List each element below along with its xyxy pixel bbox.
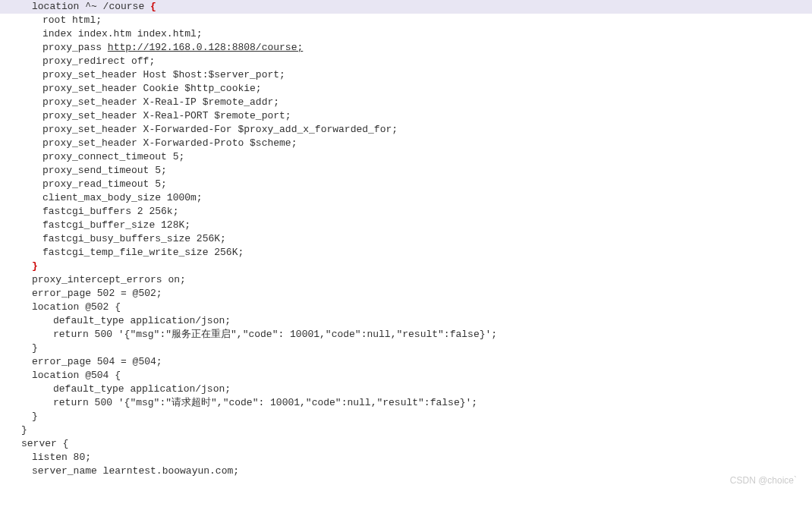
code-line: default_type application/json; [0, 383, 812, 396]
code-text: proxy_send_timeout 5; [42, 165, 167, 176]
code-line: server_name learntest.boowayun.com; [0, 464, 812, 478]
code-text: proxy_set_header X-Real-PORT $remote_por… [42, 110, 291, 121]
code-text: } [32, 260, 38, 272]
code-text: location ^~ /course [32, 1, 150, 12]
code-text: { [150, 1, 156, 12]
code-text: proxy_redirect off; [42, 55, 155, 67]
code-line: location ^~ /course { [0, 0, 812, 14]
code-line: fastcgi_temp_file_write_size 256K; [0, 246, 812, 260]
code-block: location ^~ /course {root html;index ind… [0, 0, 812, 493]
code-text: proxy_pass [42, 42, 108, 53]
code-line: proxy_pass http://192.168.0.128:8808/cou… [0, 41, 812, 55]
code-text: listen 80; [32, 452, 91, 463]
code-text: default_type application/json; [53, 383, 231, 395]
code-line: } [0, 410, 812, 424]
code-line: proxy_read_timeout 5; [0, 178, 812, 191]
code-line: listen 80; [0, 451, 812, 464]
code-line: default_type application/json; [0, 314, 812, 328]
code-line: fastcgi_busy_buffers_size 256K; [0, 232, 812, 246]
code-line: return 500 '{"msg":"请求超时","code": 10001,… [0, 396, 812, 410]
code-line: fastcgi_buffer_size 128K; [0, 219, 812, 232]
code-line: proxy_set_header X-Forwarded-Proto $sche… [0, 137, 812, 150]
code-text: proxy_set_header X-Forwarded-Proto $sche… [42, 137, 297, 149]
code-line: proxy_send_timeout 5; [0, 164, 812, 178]
code-text: } [32, 342, 38, 354]
code-line: proxy_set_header X-Forwarded-For $proxy_… [0, 123, 812, 137]
code-line: proxy_redirect off; [0, 55, 812, 68]
code-line: proxy_intercept_errors on; [0, 273, 812, 287]
code-line: location @504 { [0, 369, 812, 383]
code-text: error_page 502 = @502; [32, 288, 162, 299]
code-line: proxy_set_header Cookie $http_cookie; [0, 82, 812, 96]
code-text: default_type application/json; [53, 315, 231, 326]
code-text: fastcgi_buffers 2 256k; [42, 206, 178, 217]
code-text: index index.htm index.html; [42, 28, 203, 39]
code-line: return 500 '{"msg":"服务正在重启","code": 1000… [0, 328, 812, 342]
code-text: } [32, 411, 38, 422]
code-text: server_name learntest.boowayun.com; [32, 465, 239, 477]
code-text: root html; [42, 14, 102, 26]
code-text: error_page 504 = @504; [32, 356, 162, 367]
code-text: proxy_set_header Host $host:$server_port… [42, 69, 285, 80]
code-line: proxy_set_header X-Real-IP $remote_addr; [0, 96, 812, 109]
code-line: proxy_set_header Host $host:$server_port… [0, 68, 812, 82]
code-text: proxy_read_timeout 5; [42, 178, 167, 190]
code-line: } [0, 424, 812, 437]
code-line: client_max_body_size 1000m; [0, 191, 812, 205]
code-text: proxy_set_header X-Real-IP $remote_addr; [42, 96, 279, 108]
code-line: server { [0, 437, 812, 451]
code-text: location @504 { [32, 370, 121, 381]
code-text: } [21, 424, 27, 436]
code-text: return 500 '{"msg":"服务正在重启","code": 1000… [53, 329, 497, 340]
code-text: proxy_set_header X-Forwarded-For $proxy_… [42, 124, 398, 135]
code-line: proxy_connect_timeout 5; [0, 150, 812, 164]
code-text: server { [21, 438, 68, 449]
code-text: proxy_set_header Cookie $http_cookie; [42, 83, 262, 94]
code-text: return 500 '{"msg":"请求超时","code": 10001,… [53, 397, 477, 408]
code-line: index index.htm index.html; [0, 27, 812, 41]
code-text: proxy_connect_timeout 5; [42, 151, 184, 162]
code-line: } [0, 342, 812, 355]
code-text: proxy_intercept_errors on; [32, 274, 186, 285]
code-text: http://192.168.0.128:8808/course; [108, 42, 303, 53]
code-line: fastcgi_buffers 2 256k; [0, 205, 812, 219]
code-text: fastcgi_buffer_size 128K; [42, 219, 190, 231]
code-line: proxy_set_header X-Real-PORT $remote_por… [0, 109, 812, 123]
code-text: fastcgi_busy_buffers_size 256K; [42, 233, 226, 244]
code-line: error_page 502 = @502; [0, 287, 812, 301]
watermark-text: CSDN @choice` [730, 474, 797, 487]
code-line: error_page 504 = @504; [0, 355, 812, 369]
code-line: root html; [0, 14, 812, 27]
code-line: } [0, 260, 812, 273]
code-text: location @502 { [32, 301, 121, 313]
code-text: client_max_body_size 1000m; [42, 192, 203, 203]
code-text: fastcgi_temp_file_write_size 256K; [42, 247, 244, 258]
code-line: location @502 { [0, 301, 812, 314]
